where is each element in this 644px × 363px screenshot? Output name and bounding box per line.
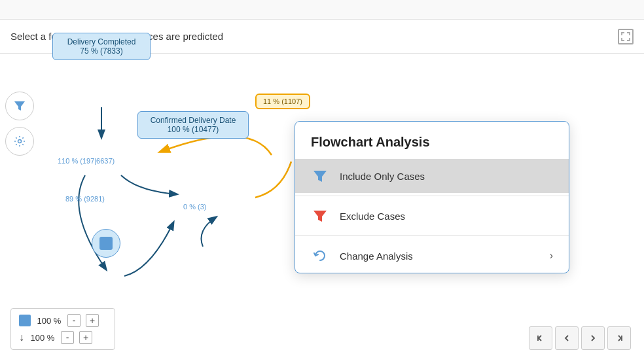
nav-prev-prev-btn[interactable] (529, 326, 552, 350)
legend-arrow-icon: ↓ (19, 332, 24, 343)
chevron-right-icon: › (550, 250, 553, 262)
expand-icon[interactable] (618, 29, 634, 44)
menu-item-exclude-cases[interactable]: Exclude Cases (295, 199, 569, 233)
edge-label-e2: 89 % (9281) (65, 195, 105, 203)
bottom-legend: 100 % - + ↓ 100 % - + (10, 308, 115, 350)
main-area: Select a feature which occurrences are p… (0, 0, 644, 363)
node-stop[interactable] (92, 229, 120, 258)
menu-divider-2 (295, 235, 569, 236)
nav-next-btn[interactable] (581, 326, 605, 350)
top-bar (0, 0, 644, 20)
node-confirmed-delivery-stats: 100 % (10477) (145, 125, 241, 134)
node-highlight[interactable]: 11 % (1107) (255, 94, 310, 109)
nav-prev-btn[interactable] (555, 326, 579, 350)
svg-marker-3 (313, 171, 327, 182)
legend-row-box: 100 % - + (19, 314, 107, 327)
menu-divider-1 (295, 196, 569, 196)
legend-arrow-minus[interactable]: - (61, 331, 74, 344)
node-delivery-completed[interactable]: Delivery Completed 75 % (7833) (52, 33, 151, 60)
context-menu-title: Flowchart Analysis (295, 122, 569, 159)
filter-blue-icon (311, 167, 329, 185)
nav-next-next-btn[interactable] (607, 326, 631, 350)
context-menu: Flowchart Analysis Include Only Cases Ex… (295, 121, 569, 273)
legend-box-icon (19, 315, 31, 326)
nav-buttons (529, 326, 631, 350)
legend-box-pct: 100 % (36, 316, 62, 326)
filter-red-icon (311, 207, 329, 225)
menu-item-change-analysis[interactable]: Change Analysis › (295, 239, 569, 273)
stop-inner-icon (99, 237, 113, 250)
legend-arrow-plus[interactable]: + (79, 331, 92, 344)
edge-label-e1: 110 % (197|6637) (58, 157, 115, 165)
legend-box-minus[interactable]: - (67, 314, 80, 327)
node-delivery-completed-label: Delivery Completed (60, 37, 143, 46)
menu-item-change-label: Change Analysis (340, 251, 413, 262)
menu-item-include-label: Include Only Cases (340, 171, 425, 182)
refresh-icon (311, 247, 329, 265)
svg-marker-4 (313, 211, 327, 222)
node-delivery-completed-stats: 75 % (7833) (60, 46, 143, 56)
node-highlight-label: 11 % (1107) (263, 97, 302, 105)
edge-label-e3: 0 % (3) (183, 203, 206, 211)
node-confirmed-delivery[interactable]: Confirmed Delivery Date 100 % (10477) (137, 111, 249, 139)
node-confirmed-delivery-label: Confirmed Delivery Date (145, 116, 241, 125)
legend-box-plus[interactable]: + (86, 314, 99, 327)
legend-row-arrow: ↓ 100 % - + (19, 331, 107, 344)
legend-arrow-pct: 100 % (29, 333, 56, 343)
menu-item-exclude-label: Exclude Cases (340, 211, 405, 222)
menu-item-include-only-cases[interactable]: Include Only Cases (295, 159, 569, 193)
